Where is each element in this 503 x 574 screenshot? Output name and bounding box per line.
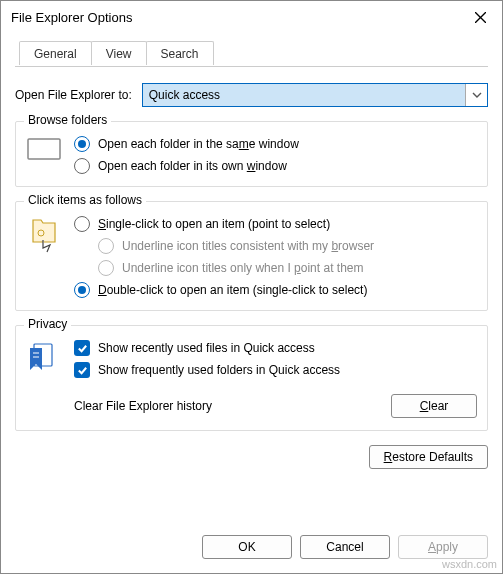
radio-single-click[interactable]: Single-click to open an item (point to s… — [74, 216, 477, 232]
close-button[interactable] — [458, 1, 502, 33]
group-click-items: Click items as follows Single-click to o… — [15, 201, 488, 311]
check-recent-files-label: Show recently used files in Quick access — [98, 341, 315, 355]
dialog-window: File Explorer Options General View Searc… — [0, 0, 503, 574]
radio-own-window[interactable]: Open each folder in its own window — [74, 158, 477, 174]
radio-same-window-label: Open each folder in the same window — [98, 137, 299, 151]
open-to-label: Open File Explorer to: — [15, 88, 132, 102]
group-click-items-legend: Click items as follows — [24, 193, 146, 207]
clear-button[interactable]: Clear — [391, 394, 477, 418]
restore-defaults-button[interactable]: Restore Defaults — [369, 445, 488, 469]
open-to-row: Open File Explorer to: Quick access — [15, 83, 488, 107]
dialog-body: General View Search Open File Explorer t… — [1, 33, 502, 523]
svg-rect-2 — [28, 139, 60, 159]
radio-same-window[interactable]: Open each folder in the same window — [74, 136, 477, 152]
browse-folders-icon — [26, 138, 62, 160]
radio-single-click-label: Single-click to open an item (point to s… — [98, 217, 330, 231]
check-recent-files[interactable]: Show recently used files in Quick access — [74, 340, 477, 356]
radio-underline-browser: Underline icon titles consistent with my… — [98, 238, 477, 254]
radio-own-window-label: Open each folder in its own window — [98, 159, 287, 173]
window-title: File Explorer Options — [11, 10, 132, 25]
radio-underline-point: Underline icon titles only when I point … — [98, 260, 477, 276]
group-browse-folders: Browse folders Open each folder in the s… — [15, 121, 488, 187]
cancel-button[interactable]: Cancel — [300, 535, 390, 559]
chevron-down-icon — [472, 92, 482, 98]
click-items-icon — [26, 218, 62, 254]
ok-button[interactable]: OK — [202, 535, 292, 559]
titlebar: File Explorer Options — [1, 1, 502, 33]
tab-general[interactable]: General — [19, 41, 92, 65]
open-to-value: Quick access — [143, 84, 465, 106]
privacy-icon — [26, 342, 62, 372]
apply-button: Apply — [398, 535, 488, 559]
group-browse-folders-legend: Browse folders — [24, 113, 111, 127]
check-frequent-folders[interactable]: Show frequently used folders in Quick ac… — [74, 362, 477, 378]
tab-search[interactable]: Search — [146, 41, 214, 65]
clear-history-label: Clear File Explorer history — [74, 399, 377, 413]
watermark: wsxdn.com — [442, 558, 497, 570]
check-frequent-folders-label: Show frequently used folders in Quick ac… — [98, 363, 340, 377]
tab-view[interactable]: View — [91, 41, 147, 65]
open-to-combobox[interactable]: Quick access — [142, 83, 488, 107]
radio-double-click[interactable]: Double-click to open an item (single-cli… — [74, 282, 477, 298]
tab-strip: General View Search — [15, 41, 488, 67]
dialog-footer: OK Cancel Apply — [1, 523, 502, 573]
close-icon — [475, 12, 486, 23]
open-to-dropdown-button[interactable] — [465, 84, 487, 106]
radio-underline-point-label: Underline icon titles only when I point … — [122, 261, 363, 275]
radio-underline-browser-label: Underline icon titles consistent with my… — [122, 239, 374, 253]
radio-double-click-label: Double-click to open an item (single-cli… — [98, 283, 367, 297]
group-privacy-legend: Privacy — [24, 317, 71, 331]
group-privacy: Privacy Show recently used files in Quic… — [15, 325, 488, 431]
